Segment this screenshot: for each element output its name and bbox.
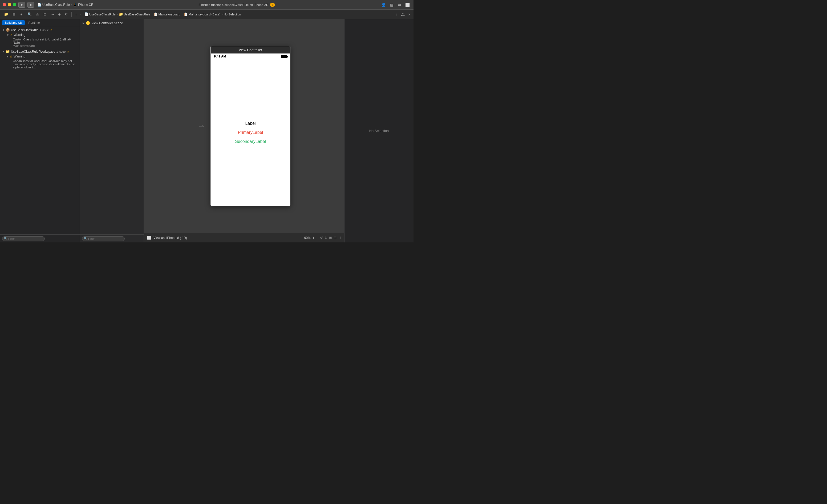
iphone-body: Label PrimaryLabel SecondaryLabel — [211, 59, 290, 206]
label-default[interactable]: Label — [245, 121, 255, 126]
canvas-footer: ⬜ View as: iPhone 8 (⌃R) − 90% + ↺ ⬇ ⊞ ⊡… — [144, 233, 344, 242]
warning-nav-icon[interactable]: ‹ — [395, 11, 398, 17]
breadcrumb-item-2[interactable]: 📁 UseBaseClassRule — [119, 12, 150, 16]
inspector-icons[interactable]: ⬜ — [404, 2, 411, 7]
editor-breadcrumb: 📄 UseBaseClassRule › 📁 UseBaseClassRule … — [84, 12, 393, 16]
storyboard-icon-1: 📋 — [153, 12, 158, 16]
label-secondary[interactable]: SecondaryLabel — [235, 139, 266, 144]
aspect-icon[interactable]: ⊡ — [334, 236, 337, 240]
filter-wrapper: 🔍 — [2, 236, 45, 241]
iphone-time: 9:41 AM — [214, 55, 226, 58]
canvas-device-icon[interactable]: ⬜ — [147, 236, 151, 240]
scene-filter-input[interactable] — [82, 236, 125, 241]
maximize-button[interactable] — [13, 3, 16, 6]
issues-filter-input[interactable] — [2, 236, 45, 241]
workspace-label: UseBaseClassRule Workspace — [11, 50, 55, 54]
zoom-out-button[interactable]: − — [300, 235, 302, 240]
zoom-value: 90% — [304, 236, 311, 240]
breadcrumb-label-4: Main.storyboard (Base) — [189, 13, 221, 16]
toolbar-separator — [71, 12, 72, 17]
back-forward-icon[interactable]: ⇄ — [397, 2, 402, 7]
nav-forward[interactable]: › — [79, 12, 82, 17]
navigator-tabs: Buildtime (2) Runtime — [0, 19, 80, 26]
warning-nav-forward[interactable]: › — [407, 11, 411, 17]
download-icon[interactable]: ⬇ — [325, 236, 328, 240]
commit-icon[interactable]: ◈ — [57, 12, 62, 17]
workspace-issue-count: 1 issue — [56, 50, 65, 53]
toolbar: 📁 ⊞ ＋ 🔍 ⚠ ⊡ ⋯ ◈ ⑆ ‹ › 📄 UseBaseClassRule… — [0, 10, 414, 19]
canvas-content: → View Controller 9:41 AM Label PrimaryL… — [144, 19, 344, 233]
breadcrumb-separator: › — [71, 3, 72, 7]
device-label[interactable]: iPhone XR — [78, 3, 93, 7]
scheme-icon: 📄 — [37, 3, 41, 7]
tree-item-warning-2[interactable]: ▼ ⚠ Warning — [0, 54, 80, 59]
warning-label-2: Warning — [13, 55, 25, 58]
warning-detail-2[interactable]: Capabilities for UseBaseClassRule may no… — [0, 59, 80, 69]
warn-tri-1: ⚠ — [10, 33, 12, 37]
filter-search-icon: 🔍 — [4, 237, 8, 240]
branch-icon[interactable]: ⑆ — [64, 12, 69, 17]
scene-panel: ▶ 🟡 View Controller Scene 🔍 — [80, 19, 144, 242]
breadcrumb-item-3[interactable]: 📋 Main.storyboard — [153, 12, 180, 16]
toolbar-right: ‹ ⚠ › — [395, 11, 411, 17]
project-icon: 📦 — [6, 28, 10, 32]
run-button[interactable]: ▶ — [18, 2, 25, 8]
breadcrumb-label-1: UseBaseClassRule — [89, 13, 116, 16]
buildtime-tab[interactable]: Buildtime (2) — [2, 20, 25, 25]
battery-icon — [281, 55, 287, 58]
scene-icon: 🟡 — [86, 21, 90, 25]
scene-item-vc[interactable]: ▶ 🟡 View Controller Scene — [80, 20, 144, 26]
search-icon[interactable]: 🔍 — [26, 12, 33, 17]
breadcrumb-label-5: No Selection — [224, 13, 241, 16]
warning-icon[interactable]: ⚠ — [35, 12, 41, 17]
breadcrumb-item-5[interactable]: No Selection — [224, 13, 241, 16]
scene-filter-icon: 🔍 — [84, 237, 88, 240]
warning-text-1: CustomClass is not set to UILabel (peE-a… — [13, 38, 78, 44]
warning-label-1: Warning — [13, 33, 25, 37]
breadcrumb-label-3: Main.storyboard — [158, 13, 180, 16]
grid-icon[interactable]: ⋯ — [49, 12, 55, 17]
issues-list: ▼ 📦 UseBaseClassRule 1 issue ⚠ ▼ ⚠ Warni… — [0, 26, 80, 234]
stop-button[interactable]: ■ — [28, 2, 34, 8]
filter-icon[interactable]: ⊡ — [42, 12, 48, 17]
breadcrumb-item-1[interactable]: 📄 UseBaseClassRule — [84, 12, 116, 16]
workspace-icon: 📁 — [6, 50, 10, 54]
warning-badge[interactable]: 2 — [270, 3, 275, 7]
project-label: UseBaseClassRule — [11, 28, 38, 32]
nav-arrows: ‹ › — [74, 12, 83, 17]
account-icon[interactable]: 👤 — [380, 2, 387, 7]
folder-icon[interactable]: 📁 — [3, 12, 10, 17]
title-bar: ▶ ■ 📄 UseBaseClassRule › 📱 iPhone XR Fin… — [0, 0, 414, 10]
main-layout: Buildtime (2) Runtime ▼ 📦 UseBaseClassRu… — [0, 19, 414, 242]
fit-icon[interactable]: ↺ — [320, 236, 323, 240]
zoom-in-button[interactable]: + — [312, 235, 314, 240]
inspector-panel: No Selection — [344, 19, 414, 242]
sep-4: › — [222, 13, 223, 16]
scheme-label[interactable]: UseBaseClassRule — [42, 3, 70, 7]
close-button[interactable] — [3, 3, 6, 6]
sep-2: › — [151, 13, 152, 16]
file-icon-1: 📄 — [84, 12, 89, 16]
device-icon: 📱 — [73, 3, 77, 7]
arrow-icon-4: ▼ — [6, 55, 9, 58]
minimize-button[interactable] — [8, 3, 11, 6]
grid-toggle-icon[interactable]: ⊞ — [329, 236, 332, 240]
runtime-tab[interactable]: Runtime — [26, 20, 43, 25]
tree-item-workspace[interactable]: ▼ 📁 UseBaseClassRule Workspace 1 issue ⚠ — [0, 49, 80, 54]
tree-item-project[interactable]: ▼ 📦 UseBaseClassRule 1 issue ⚠ — [0, 27, 80, 33]
storyboard-icon-2: 📋 — [184, 12, 188, 16]
no-selection-label: No Selection — [369, 129, 389, 133]
nav-back[interactable]: ‹ — [74, 12, 78, 17]
warning-detail-1[interactable]: CustomClass is not set to UILabel (peE-a… — [0, 37, 80, 48]
hierarchy-icon[interactable]: ⊞ — [11, 12, 17, 17]
iphone-title-label: View Controller — [239, 48, 262, 52]
warning-indicator[interactable]: ⚠ — [400, 11, 406, 17]
tree-item-warning-1[interactable]: ▼ ⚠ Warning — [0, 33, 80, 37]
iphone-frame: View Controller 9:41 AM Label PrimaryLab… — [210, 46, 290, 206]
breadcrumb-item-4[interactable]: 📋 Main.storyboard (Base) — [184, 12, 221, 16]
ruler-icon[interactable]: ⊣ — [338, 236, 341, 240]
split-view-icon[interactable]: ▤ — [389, 2, 395, 7]
add-icon[interactable]: ＋ — [18, 11, 25, 17]
label-primary[interactable]: PrimaryLabel — [238, 130, 263, 135]
left-panel-footer: 🔍 — [0, 234, 80, 242]
